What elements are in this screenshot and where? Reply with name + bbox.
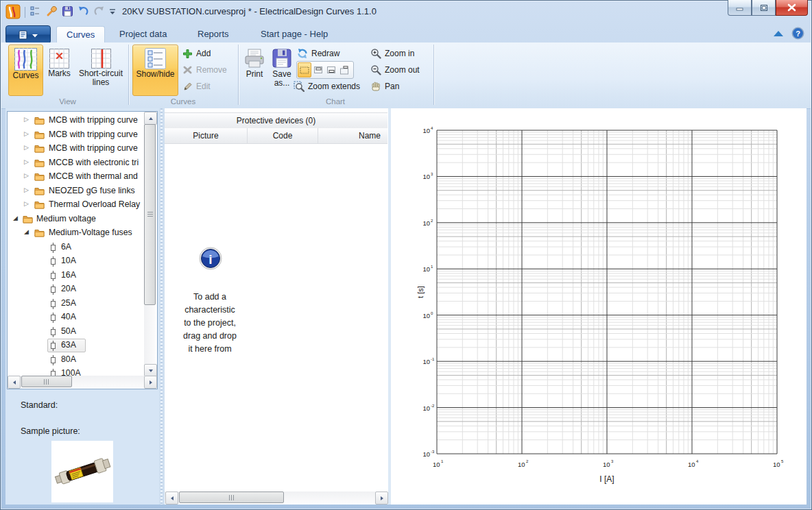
- tree-vscroll-thumb[interactable]: [144, 124, 156, 305]
- scroll-left-button[interactable]: [165, 491, 178, 505]
- fuse-icon: [50, 256, 56, 269]
- folder-icon: [34, 130, 45, 141]
- devices-hscroll-thumb[interactable]: [179, 491, 284, 503]
- column-header-picture[interactable]: Picture: [165, 128, 248, 143]
- column-header-code[interactable]: Code: [248, 128, 318, 143]
- maximize-button[interactable]: [752, 0, 776, 16]
- expand-arrow-icon[interactable]: ▷: [24, 116, 29, 123]
- column-header-name[interactable]: Name: [318, 128, 387, 143]
- help-icon[interactable]: ?: [791, 27, 804, 42]
- redraw-button[interactable]: Redraw: [297, 46, 339, 61]
- y-tick-label: 10: [422, 358, 430, 365]
- expand-arrow-icon[interactable]: ▷: [24, 130, 29, 137]
- redraw-icon: [297, 48, 308, 59]
- minimize-button[interactable]: [728, 0, 752, 16]
- scroll-right-button[interactable]: [144, 376, 157, 389]
- pan-button[interactable]: Pan: [370, 79, 399, 94]
- x-tick-exponent: 1: [441, 459, 444, 463]
- redo-icon[interactable]: [93, 5, 105, 19]
- legend-bottom-icon: [326, 66, 336, 74]
- chart-layout-option-4-button[interactable]: [338, 63, 350, 77]
- tree-vertical-scrollbar[interactable]: [144, 112, 156, 376]
- tree-item-medium-voltage-fuses[interactable]: ◢Medium-Voltage fuses: [8, 226, 144, 240]
- chart-layout-option-2-button[interactable]: [312, 63, 324, 77]
- hierarchy-icon[interactable]: [29, 5, 41, 19]
- zoom-out-button[interactable]: Zoom out: [370, 62, 420, 77]
- devices-horizontal-scrollbar[interactable]: [165, 491, 387, 503]
- qat-dropdown-icon[interactable]: [109, 8, 116, 18]
- app-logo-icon: [5, 4, 21, 21]
- zoom-extends-button[interactable]: Zoom extends: [294, 79, 360, 94]
- folder-icon: [34, 116, 45, 127]
- print-button[interactable]: Print: [241, 45, 267, 95]
- edit-button[interactable]: Edit: [182, 79, 211, 94]
- tree-item-10a[interactable]: 10A: [8, 254, 144, 268]
- tree-item-50a[interactable]: 50A: [8, 325, 144, 339]
- y-tick-label: 10: [422, 127, 430, 134]
- wrench-icon[interactable]: [45, 5, 58, 20]
- selection-rect-icon: [300, 66, 309, 74]
- legend-outside-icon: [339, 66, 349, 75]
- tree-item-6a[interactable]: 6A: [8, 241, 144, 254]
- scroll-left-button[interactable]: [8, 376, 21, 389]
- show-hide-label: Show/hide: [133, 70, 178, 79]
- tab-reports[interactable]: Reports: [188, 26, 239, 42]
- tab-start-page-help[interactable]: Start page - Help: [251, 26, 337, 42]
- collapse-arrow-icon[interactable]: ◢: [13, 215, 18, 221]
- pan-hand-icon: [370, 81, 381, 92]
- panel-splitter[interactable]: [159, 108, 165, 505]
- chart-layout-option-1-button[interactable]: [298, 62, 311, 77]
- hint-line: to the project,: [168, 317, 252, 330]
- tree-item-mccb-with-electronic-tri[interactable]: ▷MCCB with electronic tri: [8, 156, 144, 170]
- tree-item-mcb-with-tripping-curve[interactable]: ▷MCB with tripping curve: [8, 142, 144, 156]
- show-hide-button[interactable]: Show/hide: [132, 45, 178, 96]
- collapse-arrow-icon[interactable]: ◢: [24, 228, 29, 235]
- tree-item-medium-voltage[interactable]: ◢Medium voltage: [8, 212, 144, 226]
- undo-icon[interactable]: [77, 5, 89, 19]
- collapse-ribbon-icon[interactable]: [774, 31, 783, 36]
- chart-layout-option-3-button[interactable]: [325, 63, 337, 77]
- curve-chart-panel[interactable]: 10110210310410510410310210110010-110-210…: [391, 108, 807, 505]
- zoom-in-button[interactable]: Zoom in: [370, 46, 414, 61]
- tree-item-neozed-gg-fuse-links[interactable]: ▷NEOZED gG fuse links: [8, 184, 144, 198]
- remove-button[interactable]: Remove: [182, 62, 227, 77]
- tree-horizontal-scrollbar[interactable]: [8, 376, 156, 387]
- tree-item-100a[interactable]: 100A: [8, 367, 144, 376]
- tree-item-mcb-with-tripping-curve[interactable]: ▷MCB with tripping curve: [8, 128, 144, 142]
- scroll-up-button[interactable]: [144, 112, 157, 125]
- close-button[interactable]: [776, 0, 808, 16]
- tab-project-data[interactable]: Project data: [110, 26, 176, 42]
- tree-item-40a[interactable]: 40A: [8, 311, 144, 324]
- add-icon: [182, 49, 193, 59]
- fuse-icon: [50, 369, 56, 376]
- short-circuit-lines-button[interactable]: Short-circuit lines: [76, 45, 126, 95]
- save-icon[interactable]: [62, 5, 73, 19]
- tab-curves[interactable]: Curves: [56, 26, 105, 43]
- expand-arrow-icon[interactable]: ▷: [24, 200, 29, 207]
- tree-item-80a[interactable]: 80A: [8, 353, 144, 367]
- application-menu-button[interactable]: [5, 25, 51, 44]
- tree-item-thermal-overload-relay[interactable]: ▷Thermal Overload Relay: [8, 198, 144, 212]
- title-bar[interactable]: 20KV SUBSTATION.curvesproj * - Electrica…: [0, 0, 812, 25]
- expand-arrow-icon[interactable]: ▷: [24, 172, 29, 179]
- expand-arrow-icon[interactable]: ▷: [24, 186, 29, 193]
- curves-view-button[interactable]: Curves: [8, 45, 43, 96]
- tree-hscroll-thumb[interactable]: [21, 376, 72, 387]
- folder-icon: [34, 144, 45, 155]
- app-menu-icon: [19, 30, 29, 40]
- tree-item-16a[interactable]: 16A: [8, 269, 144, 282]
- expand-arrow-icon[interactable]: ▷: [24, 144, 29, 151]
- tree-item-25a[interactable]: 25A: [8, 297, 144, 311]
- tree-item-20a[interactable]: 20A: [8, 282, 144, 296]
- marks-button[interactable]: Marks: [43, 45, 75, 95]
- scroll-right-button[interactable]: [375, 491, 388, 505]
- x-tick-label: 10: [518, 461, 525, 468]
- tree-item-63a[interactable]: 63A: [8, 339, 144, 352]
- tree-item-mcb-with-tripping-curve[interactable]: ▷MCB with tripping curve: [8, 114, 144, 127]
- edit-label: Edit: [196, 82, 211, 91]
- save-as-button[interactable]: Save as...: [269, 45, 295, 95]
- add-button[interactable]: Add: [182, 46, 211, 61]
- tree-item-mccb-with-thermal-and[interactable]: ▷MCCB with thermal and: [8, 170, 144, 184]
- time-current-chart[interactable]: 10110210310410510410310210110010-110-210…: [391, 108, 807, 505]
- expand-arrow-icon[interactable]: ▷: [24, 158, 29, 165]
